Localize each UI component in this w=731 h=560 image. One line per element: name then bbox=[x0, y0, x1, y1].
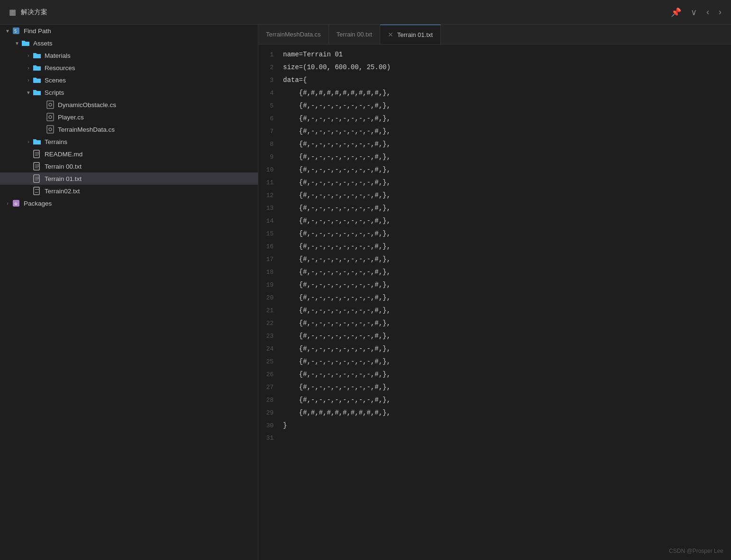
code-line: 23 {#,-,-,-,-,-,-,-,-,#,}, bbox=[258, 330, 731, 343]
line-content: {#,-,-,-,-,-,-,-,-,#,}, bbox=[283, 176, 391, 189]
code-line: 11 {#,-,-,-,-,-,-,-,-,#,}, bbox=[258, 176, 731, 189]
terrainmeshdata-label: TerrainMeshData.cs bbox=[58, 126, 115, 133]
pin-button[interactable]: 📌 bbox=[669, 6, 683, 18]
line-number: 4 bbox=[258, 87, 283, 99]
line-content: {#,-,-,-,-,-,-,-,-,#,}, bbox=[283, 240, 391, 253]
line-content: {#,-,-,-,-,-,-,-,-,#,}, bbox=[283, 266, 391, 278]
solution-explorer-icon: ▦ bbox=[8, 8, 17, 17]
tab-terrain00[interactable]: Terrain 00.txt bbox=[329, 25, 380, 44]
watermark: CSDN @Prosper Lee bbox=[669, 548, 723, 554]
spacer bbox=[38, 101, 46, 108]
line-content: {#,-,-,-,-,-,-,-,-,#,}, bbox=[283, 215, 391, 227]
script-icon bbox=[46, 100, 55, 109]
line-number: 1 bbox=[258, 49, 283, 61]
terrain00-label: Terrain 00.txt bbox=[45, 163, 82, 170]
nav-forward-button[interactable]: › bbox=[717, 6, 723, 18]
tab-terrainmeshdata[interactable]: TerrainMeshData.cs bbox=[258, 25, 329, 44]
code-editor[interactable]: 1name=Terrain 012size=(10.00, 600.00, 25… bbox=[258, 45, 731, 560]
findpath-label: Find Path bbox=[24, 27, 51, 35]
line-content: {#,#,#,#,#,#,#,#,#,#,}, bbox=[283, 87, 391, 99]
scripts-label: Scripts bbox=[45, 89, 64, 96]
tab-close-icon[interactable]: ✕ bbox=[388, 31, 393, 38]
spacer bbox=[38, 126, 46, 133]
materials-label: Materials bbox=[45, 52, 71, 59]
folder-icon bbox=[32, 137, 42, 146]
code-line: 24 {#,-,-,-,-,-,-,-,-,#,}, bbox=[258, 343, 731, 355]
tab-terrainmeshdata-label: TerrainMeshData.cs bbox=[266, 31, 321, 38]
svg-text:⚙: ⚙ bbox=[14, 202, 18, 206]
line-number: 9 bbox=[258, 151, 283, 163]
line-number: 16 bbox=[258, 241, 283, 253]
line-number: 14 bbox=[258, 215, 283, 227]
sidebar-item-materials[interactable]: › Materials bbox=[0, 49, 258, 62]
line-number: 6 bbox=[258, 113, 283, 125]
line-number: 2 bbox=[258, 62, 283, 74]
sidebar-item-dynamicobstacle[interactable]: DynamicObstacle.cs bbox=[0, 99, 258, 111]
code-line: 18 {#,-,-,-,-,-,-,-,-,#,}, bbox=[258, 266, 731, 279]
sidebar-item-terrain01[interactable]: Terrain 01.txt bbox=[0, 172, 258, 185]
arrow-icon: ▼ bbox=[4, 27, 11, 35]
sidebar-item-scripts[interactable]: ▼ Scripts bbox=[0, 86, 258, 99]
line-number: 23 bbox=[258, 330, 283, 343]
nav-back-button[interactable]: ‹ bbox=[704, 6, 711, 18]
folder-icon bbox=[32, 63, 42, 72]
line-number: 22 bbox=[258, 317, 283, 330]
line-content: name=Terrain 01 bbox=[283, 48, 343, 61]
sidebar-item-terrains[interactable]: › Terrains bbox=[0, 135, 258, 148]
line-number: 25 bbox=[258, 356, 283, 368]
svg-text:S: S bbox=[14, 29, 17, 34]
code-line: 31 bbox=[258, 432, 731, 444]
arrow-icon: › bbox=[25, 52, 32, 59]
titlebar: ▦ 解决方案 📌 ∨ ‹ › bbox=[0, 0, 731, 25]
tab-bar: TerrainMeshData.cs Terrain 00.txt ✕ Terr… bbox=[258, 25, 731, 45]
line-content: {#,-,-,-,-,-,-,-,-,#,}, bbox=[283, 99, 391, 112]
resources-label: Resources bbox=[45, 64, 75, 72]
line-content: {#,-,-,-,-,-,-,-,-,#,}, bbox=[283, 381, 391, 393]
sidebar-item-scenes[interactable]: › Scenes bbox=[0, 74, 258, 86]
line-number: 19 bbox=[258, 279, 283, 291]
code-line: 20 {#,-,-,-,-,-,-,-,-,#,}, bbox=[258, 291, 731, 304]
expand-button[interactable]: ∨ bbox=[689, 6, 699, 18]
sidebar: ▼ S Find Path ▼ Assets › Materials bbox=[0, 25, 258, 560]
line-content: } bbox=[283, 419, 287, 432]
tab-terrain00-label: Terrain 00.txt bbox=[337, 31, 372, 38]
arrow-icon: › bbox=[4, 199, 11, 207]
tab-terrain01[interactable]: ✕ Terrain 01.txt bbox=[380, 25, 441, 44]
line-number: 17 bbox=[258, 253, 283, 266]
line-content: {#,-,-,-,-,-,-,-,-,#,}, bbox=[283, 343, 391, 355]
line-content: size=(10.00, 600.00, 25.00) bbox=[283, 61, 391, 73]
sidebar-item-player[interactable]: Player.cs bbox=[0, 111, 258, 123]
line-content: {#,-,-,-,-,-,-,-,-,#,}, bbox=[283, 317, 391, 329]
sidebar-item-assets[interactable]: ▼ Assets bbox=[0, 37, 258, 49]
line-number: 11 bbox=[258, 177, 283, 189]
code-line: 12 {#,-,-,-,-,-,-,-,-,#,}, bbox=[258, 189, 731, 202]
titlebar-title: 解决方案 bbox=[21, 8, 47, 17]
code-line: 16 {#,-,-,-,-,-,-,-,-,#,}, bbox=[258, 240, 731, 253]
code-line: 15 {#,-,-,-,-,-,-,-,-,#,}, bbox=[258, 227, 731, 240]
line-number: 27 bbox=[258, 381, 283, 394]
line-number: 29 bbox=[258, 407, 283, 419]
sidebar-item-resources[interactable]: › Resources bbox=[0, 62, 258, 74]
spacer bbox=[25, 187, 32, 195]
code-line: 30} bbox=[258, 419, 731, 432]
line-content: {#,-,-,-,-,-,-,-,-,#,}, bbox=[283, 394, 391, 406]
main-layout: ▼ S Find Path ▼ Assets › Materials bbox=[0, 25, 731, 560]
sidebar-item-terrainmeshdata[interactable]: TerrainMeshData.cs bbox=[0, 123, 258, 135]
sidebar-item-terrain00[interactable]: Terrain 00.txt bbox=[0, 160, 258, 172]
line-number: 26 bbox=[258, 369, 283, 381]
line-number: 7 bbox=[258, 126, 283, 138]
sidebar-item-readme[interactable]: README.md bbox=[0, 148, 258, 160]
line-number: 21 bbox=[258, 305, 283, 317]
code-line: 21 {#,-,-,-,-,-,-,-,-,#,}, bbox=[258, 304, 731, 317]
arrow-icon: › bbox=[25, 64, 32, 72]
svg-rect-2 bbox=[47, 101, 54, 108]
line-content: {#,-,-,-,-,-,-,-,-,#,}, bbox=[283, 112, 391, 125]
code-line: 9 {#,-,-,-,-,-,-,-,-,#,}, bbox=[258, 151, 731, 163]
code-line: 6 {#,-,-,-,-,-,-,-,-,#,}, bbox=[258, 112, 731, 125]
line-number: 30 bbox=[258, 420, 283, 432]
sidebar-item-terrain02[interactable]: Terrain02.txt bbox=[0, 185, 258, 197]
line-content: {#,-,-,-,-,-,-,-,-,#,}, bbox=[283, 330, 391, 342]
sidebar-item-packages[interactable]: › ⚙ Packages bbox=[0, 197, 258, 209]
sidebar-item-findpath[interactable]: ▼ S Find Path bbox=[0, 25, 258, 37]
line-content: {#,-,-,-,-,-,-,-,-,#,}, bbox=[283, 189, 391, 201]
